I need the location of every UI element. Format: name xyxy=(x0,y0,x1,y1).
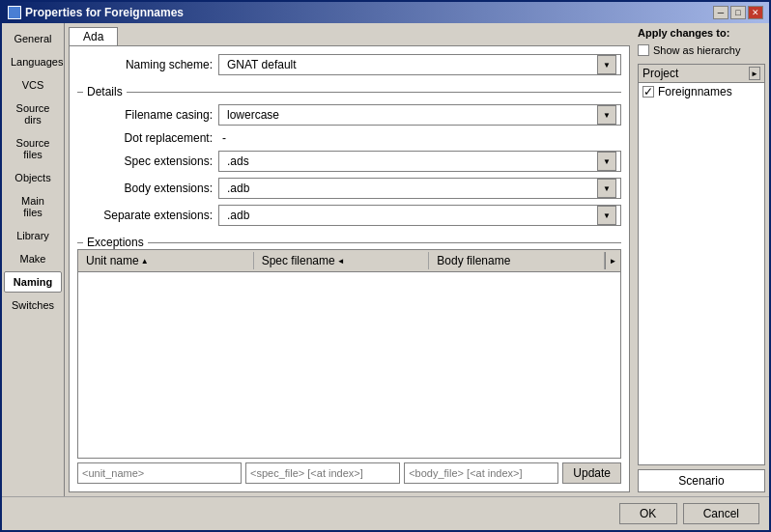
update-button[interactable]: Update xyxy=(562,462,621,484)
minimize-button[interactable]: ─ xyxy=(713,6,728,19)
table-header-body-filename[interactable]: Body filename xyxy=(429,252,605,269)
filename-casing-label: Filename casing: xyxy=(77,108,213,122)
details-section-label: Details xyxy=(77,85,621,98)
separate-extensions-label: Separate extensions: xyxy=(77,209,213,222)
body-file-input[interactable] xyxy=(404,462,558,484)
sidebar-tab-naming[interactable]: Naming xyxy=(4,271,62,293)
footer: OK Cancel xyxy=(2,496,769,530)
apply-changes-label: Apply changes to: xyxy=(638,27,765,39)
filename-casing-value: lowercase xyxy=(223,108,597,122)
sidebar-tab-languages[interactable]: Languages xyxy=(4,51,62,72)
body-extensions-row: Body extensions: .adb ▼ xyxy=(77,178,621,199)
sidebar-tab-switches[interactable]: Switches xyxy=(4,294,62,316)
exceptions-section-label: Exceptions xyxy=(77,236,621,249)
sidebar-tab-make[interactable]: Make xyxy=(4,248,62,269)
separate-extensions-value: .adb xyxy=(223,209,597,222)
naming-scheme-row: Naming scheme: GNAT default ▼ xyxy=(77,54,621,75)
close-button[interactable]: ✕ xyxy=(748,6,763,19)
sidebar-tab-library[interactable]: Library xyxy=(4,225,62,246)
project-item-foreignnames[interactable]: ✓ Foreignnames xyxy=(639,83,764,100)
exceptions-section: Exceptions Unit name ▲ Spec filename ◄ xyxy=(77,232,621,484)
unit-name-input[interactable] xyxy=(77,462,242,484)
ada-tab[interactable]: Ada xyxy=(69,27,118,45)
project-header: Project ► xyxy=(639,65,764,83)
table-header: Unit name ▲ Spec filename ◄ Body filenam… xyxy=(78,250,620,272)
spec-extensions-dropdown[interactable]: ▼ xyxy=(597,152,616,171)
sidebar: General Languages VCS Source dirs Source… xyxy=(2,23,65,496)
sidebar-tab-general[interactable]: General xyxy=(4,28,62,49)
filename-casing-row: Filename casing: lowercase ▼ xyxy=(77,104,621,126)
window-body: General Languages VCS Source dirs Source… xyxy=(2,23,769,496)
window-title: Properties for Foreignnames xyxy=(25,6,184,19)
bottom-inputs-row: Update xyxy=(77,462,621,484)
body-extensions-dropdown[interactable]: ▼ xyxy=(597,179,616,198)
unit-name-col-label: Unit name xyxy=(86,254,139,267)
table-body xyxy=(78,272,620,458)
naming-scheme-label: Naming scheme: xyxy=(77,58,213,71)
sidebar-tab-vcs[interactable]: VCS xyxy=(4,74,62,96)
exceptions-table: Unit name ▲ Spec filename ◄ Body filenam… xyxy=(77,249,621,459)
ada-tab-header: Ada xyxy=(69,27,630,45)
spec-extensions-label: Spec extensions: xyxy=(77,154,213,168)
body-extensions-value: .adb xyxy=(223,182,597,195)
main-window: Properties for Foreignnames ─ □ ✕ Genera… xyxy=(0,0,771,532)
table-header-unit-name[interactable]: Unit name ▲ xyxy=(78,252,254,269)
title-bar-left: Properties for Foreignnames xyxy=(8,6,184,19)
naming-scheme-input[interactable]: GNAT default ▼ xyxy=(218,54,621,75)
sidebar-tab-main-files[interactable]: Main files xyxy=(4,190,62,223)
table-scroll-right[interactable]: ► xyxy=(605,252,620,269)
project-scroll-btn[interactable]: ► xyxy=(749,67,760,80)
show-hierarchy-row: Show as hierarchy xyxy=(638,44,765,56)
naming-scheme-value: GNAT default xyxy=(223,58,597,71)
dot-replacement-label: Dot replacement: xyxy=(77,131,213,145)
project-header-label: Project xyxy=(642,67,678,80)
foreignnames-checkbox[interactable]: ✓ xyxy=(642,86,654,98)
separate-extensions-input[interactable]: .adb ▼ xyxy=(218,205,621,226)
body-extensions-input[interactable]: .adb ▼ xyxy=(218,178,621,199)
unit-name-sort-icon: ▲ xyxy=(141,257,149,266)
main-content: Ada Naming scheme: GNAT default ▼ Detail… xyxy=(65,23,634,496)
sidebar-tab-objects[interactable]: Objects xyxy=(4,167,62,188)
title-bar: Properties for Foreignnames ─ □ ✕ xyxy=(2,2,769,23)
maximize-button[interactable]: □ xyxy=(730,6,746,19)
dot-replacement-row: Dot replacement: - xyxy=(77,131,621,145)
spec-extensions-value: .ads xyxy=(223,154,597,168)
show-hierarchy-checkbox[interactable] xyxy=(638,44,649,56)
foreignnames-label: Foreignnames xyxy=(658,85,732,98)
show-hierarchy-label: Show as hierarchy xyxy=(653,44,741,56)
content-panel: Naming scheme: GNAT default ▼ Details Fi… xyxy=(69,45,630,492)
spec-filename-col-label: Spec filename xyxy=(262,254,335,267)
separate-extensions-dropdown[interactable]: ▼ xyxy=(597,206,616,225)
naming-scheme-dropdown[interactable]: ▼ xyxy=(597,55,616,74)
body-extensions-label: Body extensions: xyxy=(77,182,213,195)
project-section: Project ► ✓ Foreignnames xyxy=(638,64,765,465)
body-filename-col-label: Body filename xyxy=(437,254,510,267)
scenario-label: Scenario xyxy=(638,469,765,492)
title-buttons: ─ □ ✕ xyxy=(713,6,763,19)
sidebar-tab-source-files[interactable]: Source files xyxy=(4,132,62,165)
dot-replacement-value: - xyxy=(218,131,230,145)
spec-extensions-input[interactable]: .ads ▼ xyxy=(218,151,621,172)
spec-file-input[interactable] xyxy=(245,462,400,484)
filename-casing-input[interactable]: lowercase ▼ xyxy=(218,104,621,126)
window-icon xyxy=(8,6,21,19)
sidebar-tab-source-dirs[interactable]: Source dirs xyxy=(4,98,62,130)
ok-button[interactable]: OK xyxy=(619,503,677,524)
table-header-spec-filename[interactable]: Spec filename ◄ xyxy=(254,252,430,269)
separate-extensions-row: Separate extensions: .adb ▼ xyxy=(77,205,621,226)
right-panel: Apply changes to: Show as hierarchy Proj… xyxy=(634,23,769,496)
spec-extensions-row: Spec extensions: .ads ▼ xyxy=(77,151,621,172)
filename-casing-dropdown[interactable]: ▼ xyxy=(597,105,616,125)
cancel-button[interactable]: Cancel xyxy=(683,503,759,524)
spec-filename-sort-icon: ◄ xyxy=(337,257,345,266)
